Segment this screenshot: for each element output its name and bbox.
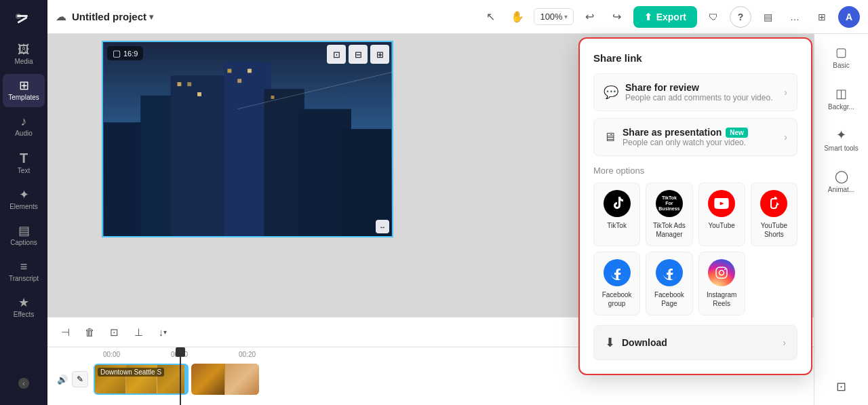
svg-rect-12 [177,82,181,86]
help-button[interactable]: ? [730,6,751,28]
svg-rect-17 [248,69,252,73]
layout-button[interactable]: ⊞ [811,6,833,28]
captions-icon: ▤ [18,225,30,237]
track-edit-button[interactable]: ✎ [72,371,88,387]
youtube-label: YouTube [708,221,734,230]
split-tool-button[interactable]: ⊥ [129,323,148,342]
share-popup-title: Share link [593,52,797,64]
facebook-page-icon [656,259,683,286]
right-panel-basic[interactable]: ▢ Basic [817,39,866,75]
more-options-title: More options [593,166,797,176]
delete-clip-button[interactable]: 🗑 [80,323,99,342]
share-presentation-title: Share as presentation New [623,127,748,138]
avatar[interactable]: A [838,6,860,28]
crop-tool-button[interactable]: ⊡ [104,323,123,342]
undo-button[interactable]: ↩ [579,6,601,28]
sidebar-item-media[interactable]: 🖼 Media [3,38,45,71]
facebook-page-label: Facebook Page [649,290,689,308]
sidebar-item-audio[interactable]: ♪ Audio [3,110,45,143]
trim-tool-button[interactable]: ⊣ [56,323,75,342]
platform-youtube-shorts[interactable]: YouTube Shorts [751,182,797,246]
topbar-tools: ↖ ✋ 100% ▾ ↩ ↪ ⬆ Export 🛡 ? ▤ … ⊞ A [479,6,860,28]
ruler-mark-0: 00:00 [103,351,120,358]
platform-youtube[interactable]: YouTube [698,182,745,246]
platform-instagram-reels[interactable]: Instagram Reels [698,252,745,315]
share-presentation-subtitle: People can only watch your video. [623,138,748,147]
share-review-title: Share for review [625,82,772,93]
clip-1[interactable]: Downtown Seattle S [94,364,189,395]
share-review-chevron-icon: › [784,87,787,98]
share-for-review-option[interactable]: 💬 Share for review People can add commen… [593,73,797,111]
svg-rect-16 [237,79,241,83]
expand-icon-button[interactable]: ⊡ [327,45,346,64]
fit-screen-button[interactable]: ⊟ [349,45,368,64]
export-icon: ⬆ [644,12,652,22]
project-title-chevron-icon[interactable]: ▾ [149,12,153,22]
templates-icon: ⊞ [19,79,29,92]
effects-icon: ★ [18,296,29,309]
youtube-shorts-label: YouTube Shorts [754,221,794,239]
mute-button[interactable]: 🔊 [56,372,69,386]
transcript-icon: ≡ [20,261,28,273]
app-logo [12,5,36,30]
svg-rect-18 [271,96,275,99]
share-review-subtitle: People can add comments to your video. [625,93,772,102]
share-as-presentation-option[interactable]: 🖥 Share as presentation New People can o… [593,118,797,156]
sidebar-collapse-button[interactable]: ‹ [18,378,29,389]
download-option[interactable]: ⬇ Download › [593,325,797,360]
sidebar-item-effects[interactable]: ★ Effects [3,291,45,324]
tiktok-label: TikTok [607,221,627,230]
timeline-cursor[interactable] [180,347,181,405]
shield-icon-button[interactable]: 🛡 [703,6,724,28]
clip-2[interactable] [191,364,259,395]
zoom-chevron-icon: ▾ [564,13,568,20]
animate-icon: ◯ [835,169,848,184]
svg-point-21 [719,271,724,275]
hand-tool-button[interactable]: ✋ [507,6,528,28]
tiktok-ads-icon: TikTokForBusiness [656,190,683,217]
layers-button[interactable]: ▤ [757,6,778,28]
more-options-button[interactable]: … [784,6,806,28]
track-controls: 🔊 ✎ [56,371,91,387]
zoom-selector[interactable]: 100% ▾ [534,8,573,25]
download-chevron-icon: › [783,337,786,348]
youtube-shorts-icon [760,190,787,217]
video-canvas[interactable]: ⊡ ⊟ ⊞ ↔ [102,41,393,237]
right-panel-screen-button[interactable]: ⊡ [817,374,866,400]
sidebar-item-captions[interactable]: ▤ Captions [3,219,45,252]
right-panel-animate[interactable]: ◯ Animat... [817,163,866,199]
right-panel: ▢ Basic ◫ Backgr... ✦ Smart tools ◯ Anim… [814,34,868,405]
facebook-group-icon [604,259,631,286]
instagram-reels-label: Instagram Reels [702,290,742,308]
svg-rect-14 [197,92,201,96]
resize-button[interactable]: ⊞ [370,45,389,64]
resize-handle[interactable]: ↔ [376,220,389,233]
sidebar-item-elements[interactable]: ✦ Elements [3,183,45,216]
right-panel-background[interactable]: ◫ Backgr... [817,81,866,117]
project-title: Untitled project ▾ [72,11,153,22]
clip-resize-handle[interactable] [184,365,187,393]
smart-tools-icon: ✦ [836,128,846,142]
media-icon: 🖼 [18,43,30,56]
sidebar-item-templates[interactable]: ⊞ Templates [3,74,45,107]
tiktok-icon [604,190,631,217]
platform-tiktok-ads[interactable]: TikTokForBusiness TikTok Ads Manager [646,182,692,246]
export-button[interactable]: ⬆ Export [633,6,697,28]
svg-point-22 [724,269,726,270]
timeline-cursor-head[interactable] [176,347,185,357]
select-tool-button[interactable]: ↖ [479,6,501,28]
audio-icon: ♪ [21,115,27,128]
platform-facebook-group[interactable]: Facebook group [593,252,640,315]
right-panel-smart-tools[interactable]: ✦ Smart tools [817,122,866,158]
sidebar-item-text[interactable]: T Text [3,146,45,180]
download-label: Download [622,337,667,348]
download-tool-button[interactable]: ↓▾ [153,323,172,342]
text-icon: T [20,151,28,165]
share-presentation-icon: 🖥 [604,130,616,144]
platform-tiktok[interactable]: TikTok [593,182,640,246]
cloud-save-icon[interactable]: ☁ [56,10,66,23]
sidebar-item-transcript[interactable]: ≡ Transcript [3,255,45,288]
aspect-ratio-badge: ▢ 16:9 [107,46,143,60]
platform-facebook-page[interactable]: Facebook Page [646,252,692,315]
redo-button[interactable]: ↪ [606,6,628,28]
